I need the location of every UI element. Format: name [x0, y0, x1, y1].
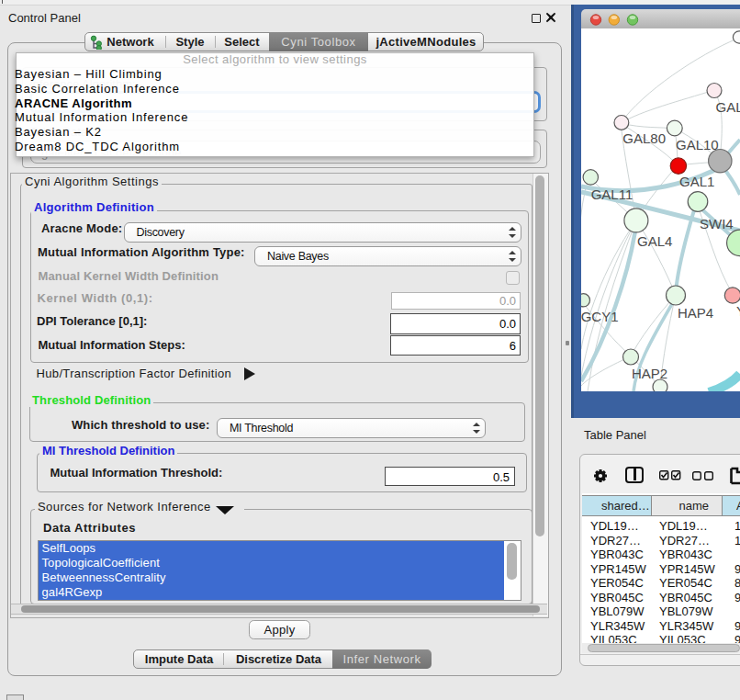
svg-text:GAL11: GAL11: [591, 186, 633, 202]
svg-text:SWI4: SWI4: [700, 216, 734, 231]
svg-text:GAL80: GAL80: [622, 130, 666, 146]
svg-text:HAP2: HAP2: [632, 366, 667, 381]
svg-text:GAL10: GAL10: [676, 137, 719, 152]
svg-text:GAL1: GAL1: [679, 174, 714, 189]
svg-text:YJ: YJ: [736, 303, 740, 319]
svg-text:GCY1: GCY1: [581, 309, 619, 324]
svg-text:HAP4: HAP4: [678, 305, 713, 321]
svg-text:GAL7: GAL7: [716, 99, 740, 115]
svg-text:GAL4: GAL4: [637, 233, 672, 249]
